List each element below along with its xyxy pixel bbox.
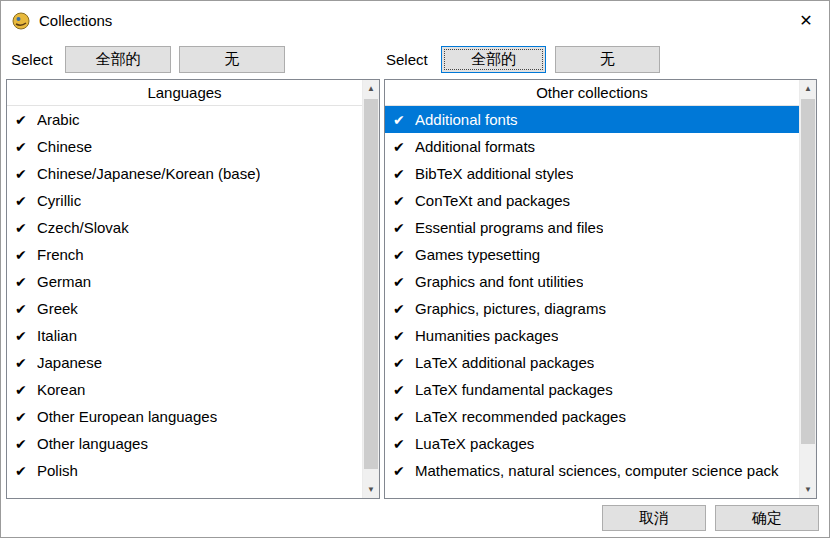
collections-list[interactable]: ✔Additional fonts✔Additional formats✔Bib… — [385, 106, 799, 497]
list-item-label: Japanese — [37, 354, 102, 371]
list-item[interactable]: ✔LaTeX recommended packages — [385, 403, 799, 430]
list-item-label: Greek — [37, 300, 78, 317]
list-item-label: Cyrillic — [37, 192, 81, 209]
check-icon: ✔ — [393, 247, 415, 263]
list-item[interactable]: ✔Other European languages — [7, 403, 362, 430]
list-item[interactable]: ✔Graphics and font utilities — [385, 268, 799, 295]
list-item[interactable]: ✔Chinese/Japanese/Korean (base) — [7, 160, 362, 187]
languages-listbox: Languages ✔Arabic✔Chinese✔Chinese/Japane… — [6, 79, 380, 499]
list-item[interactable]: ✔German — [7, 268, 362, 295]
scrollbar-thumb[interactable] — [364, 99, 378, 469]
check-icon: ✔ — [15, 220, 37, 236]
check-icon: ✔ — [393, 193, 415, 209]
check-icon: ✔ — [15, 247, 37, 263]
check-icon: ✔ — [393, 220, 415, 236]
list-item-label: LaTeX recommended packages — [415, 408, 626, 425]
list-item[interactable]: ✔Japanese — [7, 349, 362, 376]
list-item-label: Essential programs and files — [415, 219, 603, 236]
check-icon: ✔ — [15, 139, 37, 155]
right-select-none-button[interactable]: 无 — [555, 46, 660, 73]
check-icon: ✔ — [15, 382, 37, 398]
list-item[interactable]: ✔Games typesetting — [385, 241, 799, 268]
list-item[interactable]: ✔Polish — [7, 457, 362, 484]
list-item[interactable]: ✔ConTeXt and packages — [385, 187, 799, 214]
list-item-label: LaTeX fundamental packages — [415, 381, 613, 398]
list-item[interactable]: ✔Essential programs and files — [385, 214, 799, 241]
check-icon: ✔ — [393, 328, 415, 344]
right-select-label: Select — [386, 46, 428, 73]
list-item[interactable]: ✔Korean — [7, 376, 362, 403]
check-icon: ✔ — [393, 436, 415, 452]
list-item-label: Other languages — [37, 435, 148, 452]
list-item[interactable]: ✔LaTeX fundamental packages — [385, 376, 799, 403]
check-icon: ✔ — [393, 301, 415, 317]
list-item-label: LaTeX additional packages — [415, 354, 594, 371]
list-item-label: German — [37, 273, 91, 290]
cancel-button[interactable]: 取消 — [602, 505, 706, 531]
check-icon: ✔ — [15, 436, 37, 452]
check-icon: ✔ — [15, 409, 37, 425]
list-item-label: Polish — [37, 462, 78, 479]
list-item[interactable]: ✔Humanities packages — [385, 322, 799, 349]
list-item-label: Humanities packages — [415, 327, 558, 344]
check-icon: ✔ — [393, 382, 415, 398]
list-item[interactable]: ✔French — [7, 241, 362, 268]
check-icon: ✔ — [15, 112, 37, 128]
check-icon: ✔ — [393, 463, 415, 479]
check-icon: ✔ — [393, 274, 415, 290]
check-icon: ✔ — [393, 112, 415, 128]
scrollbar-thumb[interactable] — [801, 99, 815, 444]
check-icon: ✔ — [15, 166, 37, 182]
window-title: Collections — [39, 1, 112, 41]
check-icon: ✔ — [393, 409, 415, 425]
list-item[interactable]: ✔Greek — [7, 295, 362, 322]
ok-button[interactable]: 确定 — [715, 505, 819, 531]
list-item[interactable]: ✔Italian — [7, 322, 362, 349]
list-item-label: Additional fonts — [415, 111, 518, 128]
collections-scrollbar[interactable]: ▲ ▼ — [799, 80, 816, 498]
collections-dialog: Collections ✕ Select 全部的 无 Select 全部的 无 … — [0, 0, 830, 538]
list-item[interactable]: ✔Graphics, pictures, diagrams — [385, 295, 799, 322]
right-select-all-button[interactable]: 全部的 — [441, 46, 546, 73]
check-icon: ✔ — [15, 355, 37, 371]
list-item-label: Chinese — [37, 138, 92, 155]
scroll-up-icon[interactable]: ▲ — [363, 80, 379, 97]
check-icon: ✔ — [393, 355, 415, 371]
list-item[interactable]: ✔BibTeX additional styles — [385, 160, 799, 187]
check-icon: ✔ — [15, 463, 37, 479]
left-select-all-button[interactable]: 全部的 — [65, 46, 171, 73]
list-item[interactable]: ✔Cyrillic — [7, 187, 362, 214]
list-item-label: Mathematics, natural sciences, computer … — [415, 462, 779, 479]
languages-scrollbar[interactable]: ▲ ▼ — [362, 80, 379, 498]
collections-header: Other collections — [385, 80, 799, 106]
scroll-down-icon[interactable]: ▼ — [363, 481, 379, 498]
check-icon: ✔ — [393, 166, 415, 182]
list-item[interactable]: ✔Chinese — [7, 133, 362, 160]
list-item[interactable]: ✔Other languages — [7, 430, 362, 457]
list-item-label: Italian — [37, 327, 77, 344]
list-item-label: LuaTeX packages — [415, 435, 534, 452]
list-item[interactable]: ✔Additional fonts — [385, 106, 799, 133]
list-item[interactable]: ✔Arabic — [7, 106, 362, 133]
left-select-none-button[interactable]: 无 — [179, 46, 285, 73]
scroll-down-icon[interactable]: ▼ — [800, 481, 816, 498]
scroll-up-icon[interactable]: ▲ — [800, 80, 816, 97]
list-item[interactable]: ✔Mathematics, natural sciences, computer… — [385, 457, 799, 484]
list-item-label: French — [37, 246, 84, 263]
check-icon: ✔ — [15, 193, 37, 209]
list-item-label: ConTeXt and packages — [415, 192, 570, 209]
check-icon: ✔ — [15, 328, 37, 344]
collections-listbox: Other collections ✔Additional fonts✔Addi… — [384, 79, 817, 499]
list-item[interactable]: ✔Czech/Slovak — [7, 214, 362, 241]
list-item-label: Korean — [37, 381, 85, 398]
list-item-label: Arabic — [37, 111, 80, 128]
list-item[interactable]: ✔LaTeX additional packages — [385, 349, 799, 376]
left-select-label: Select — [11, 46, 53, 73]
languages-header: Languages — [7, 80, 362, 106]
list-item[interactable]: ✔Additional formats — [385, 133, 799, 160]
titlebar: Collections ✕ — [1, 1, 829, 41]
close-icon[interactable]: ✕ — [791, 6, 821, 36]
list-item-label: Czech/Slovak — [37, 219, 129, 236]
languages-list[interactable]: ✔Arabic✔Chinese✔Chinese/Japanese/Korean … — [7, 106, 362, 497]
list-item[interactable]: ✔LuaTeX packages — [385, 430, 799, 457]
